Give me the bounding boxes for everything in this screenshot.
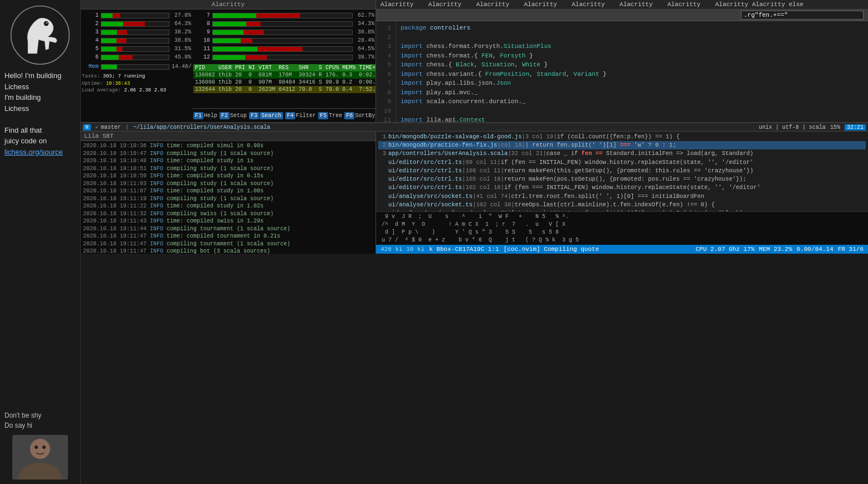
list-item: 2020.10.18 19:10:48 INFO time: compiled … <box>83 157 373 165</box>
greeting-line2: I'm building <box>4 92 76 103</box>
list-item: 1 bin/mongodb/puzzle-salvage-old-good.js… <box>378 133 866 141</box>
list-item: 2020.10.18 19:11:22 INFO time: compiled … <box>83 202 373 210</box>
htop-toolbar: F1Help F2Setup F3Search F4Filter F5Tree … <box>192 108 376 122</box>
subtitle-line1: Find all that <box>4 125 76 136</box>
list-item: 3 app/controllers/UserAnalysis.scala|32 … <box>378 149 866 158</box>
list-item: 2020.10.18 19:11:19 INFO compiling study… <box>83 195 373 203</box>
list-item: ui/editor/src/ctrl.ts|09 col 11| if (fen… <box>378 158 866 167</box>
process-table: PID USER PRI NI VIRT RES SHR S CPU% ME <box>193 64 376 93</box>
status-mem: MEM 23.2% <box>759 246 792 253</box>
list-item: ui/analyse/src/socket.ts|41 col 74| ctrl… <box>378 192 866 201</box>
vim-mode: N <box>83 124 91 130</box>
process-area: 7 62.7% 8 34.3% <box>192 9 376 122</box>
cpu-bar-7 <box>212 13 353 18</box>
status-bar: 426 ki 10 ki k Bbox-C817A19C 1:1 [coc.nv… <box>376 245 868 254</box>
list-item: 2020.10.18 19:11:03 INFO compiling study… <box>83 180 373 188</box>
main-area: Alacritty 1 27.8% 2 <box>81 0 868 484</box>
table-row: 136098 thib 20 0 907M 98484 34416 S 90.9 <box>193 79 376 86</box>
search-input[interactable] <box>741 11 864 20</box>
sbt-content: 2020.10.18 19:10:36 INFO time: compiled … <box>81 141 376 254</box>
status-plugin: k Bbox-C817A19C 1:1 <box>429 246 499 253</box>
htop-panel: Alacritty 1 27.8% 2 <box>81 0 376 122</box>
cpu-bar-9 <box>212 30 353 35</box>
status-file: 426 ki 10 ki <box>381 246 425 253</box>
table-row: 136082 thib 20 0 681M 176M 30324 R 176. <box>193 71 376 79</box>
list-item: ui/editor/src/ctrl.ts|102 col 18| if (fe… <box>378 183 866 192</box>
list-item: 2020.10.18 19:11:44 INFO compiling tourn… <box>83 225 373 233</box>
greeting-line1: Hello! I'm building Lichess <box>4 70 76 92</box>
cpu-bar-6 <box>101 55 169 60</box>
cpu-bar-3 <box>101 30 169 35</box>
list-item: 2020.10.18 19:11:07 INFO time: compiled … <box>83 187 373 195</box>
cpu-bar-11 <box>212 46 353 52</box>
greeting-line3: Lichess <box>4 103 76 114</box>
grep-content: 1 bin/mongodb/puzzle-salvage-old-good.js… <box>376 132 868 211</box>
mem-bar <box>101 64 169 70</box>
cpu-bars-right: 7 62.7% 8 34.3% <box>192 9 376 64</box>
list-item: 2020.10.18 19:10:59 INFO time: compiled … <box>83 172 373 180</box>
list-item: ui/editor/src/ctrl.ts|105 col 18| return… <box>378 175 866 183</box>
svg-point-6 <box>42 446 46 449</box>
list-item: ui/analyse/src/socket.ts|102 col 38| tre… <box>378 201 866 209</box>
subtitle-link[interactable]: lichess.org/source <box>4 147 76 158</box>
proc-table-header: PID USER PRI NI VIRT RES SHR S CPU% ME <box>193 64 376 71</box>
list-item: 2020.10.18 19:11:32 INFO compiling swiss… <box>83 210 373 218</box>
coc-status: [coc.nvim] Compiling quote <box>504 246 599 253</box>
list-item: 2020.10.18 19:10:36 INFO time: compiled … <box>83 142 373 150</box>
list-item: 2 bin/mongodb/practice-fen-fix.js|col 18… <box>378 141 866 149</box>
status-fr: FR 31/6 <box>838 246 864 253</box>
subtitle-line2: juicy code on <box>4 135 76 147</box>
list-item: 2020.10.18 19:11:47 INFO time: compiled … <box>83 233 373 240</box>
sidebar: Hello! I'm building Lichess I'm building… <box>0 0 81 484</box>
cpu-bar-8 <box>212 21 353 27</box>
line-numbers: 1234567891011121314151617181920212223242… <box>376 21 396 122</box>
code-lines: package controllers import chess.format.… <box>396 21 868 122</box>
sidebar-greeting: Hello! I'm building Lichess I'm building… <box>4 70 76 157</box>
cpu-bars-left: 1 27.8% 2 64.3% 3 <box>81 9 192 122</box>
code-main: 1234567891011121314151617181920212223242… <box>376 21 868 122</box>
avatar <box>12 435 68 480</box>
terminal-content: 9 v J R ; U s ^ i " W F + N 5 % ^. /^ d … <box>376 212 868 245</box>
cpu-bar-1 <box>101 13 169 18</box>
editor-search-bar <box>376 9 868 21</box>
sbt-title: Lila SBT <box>81 132 376 141</box>
lichess-logo <box>9 4 71 66</box>
vim-statusline: N ✓ master | ~/lila/app/controllers/User… <box>81 123 868 131</box>
cpu-bar-10 <box>212 38 353 43</box>
cpu-bar-2 <box>101 21 169 27</box>
svg-point-4 <box>30 439 50 459</box>
vim-position: 32:21 <box>845 124 866 130</box>
sidebar-lower-text: Don't be shy Do say hi <box>4 410 76 430</box>
status-mem2: 0.00/84.14 <box>797 246 833 253</box>
list-item: ui/editor/src/ctrl.ts|108 col 11| return… <box>378 167 866 175</box>
list-item: 2020.10.18 19:10:51 INFO compiling study… <box>83 165 373 173</box>
svg-point-2 <box>46 22 47 23</box>
process-table-container: PID USER PRI NI VIRT RES SHR S CPU% ME <box>192 64 376 108</box>
htop-title: Alacritty <box>81 0 376 9</box>
cpu-bar-5 <box>101 46 169 52</box>
vim-right-info: unix | utf-8 | scala 15% 32:21 <box>759 124 866 130</box>
bottom-terminal: 9 v J R ; U s ^ i " W F + N 5 % ^. /^ d … <box>376 211 868 245</box>
list-item: 2020.10.18 19:10:47 INFO compiling study… <box>83 150 373 158</box>
list-item: 2020.10.18 19:11:43 INFO time: compiled … <box>83 217 373 225</box>
vim-branch: master <box>101 124 121 130</box>
svg-point-5 <box>35 446 38 449</box>
bottom-section: Lila SBT 2020.10.18 19:10:36 INFO time: … <box>81 131 868 254</box>
code-editor: Alacritty Alacritty Alacritty Alacritty … <box>376 0 868 122</box>
right-bottom: 1 bin/mongodb/puzzle-salvage-old-good.js… <box>376 132 868 254</box>
vim-filepath: ~/lila/app/controllers/UserAnalysis.scal… <box>133 124 270 130</box>
grep-results: 1 bin/mongodb/puzzle-salvage-old-good.js… <box>376 132 868 211</box>
editor-tabs: Alacritty Alacritty Alacritty Alacritty … <box>381 1 803 8</box>
cpu-bar-12 <box>212 55 353 60</box>
sbt-log: Lila SBT 2020.10.18 19:10:36 INFO time: … <box>81 132 376 254</box>
table-row: 132644 thib 20 0 2623M 64312 79.0 S 79.0 <box>193 86 376 93</box>
top-panels: Alacritty 1 27.8% 2 <box>81 0 868 123</box>
editor-header: Alacritty Alacritty Alacritty Alacritty … <box>376 0 868 9</box>
status-cpu: CPU 2.07 Ghz 17% <box>696 246 755 253</box>
list-item: 2020.10.18 19:11:47 INFO compiling bot (… <box>83 248 373 254</box>
list-item: 2020.10.18 19:11:47 INFO compiling tourn… <box>83 240 373 248</box>
cpu-bar-4 <box>101 38 169 43</box>
